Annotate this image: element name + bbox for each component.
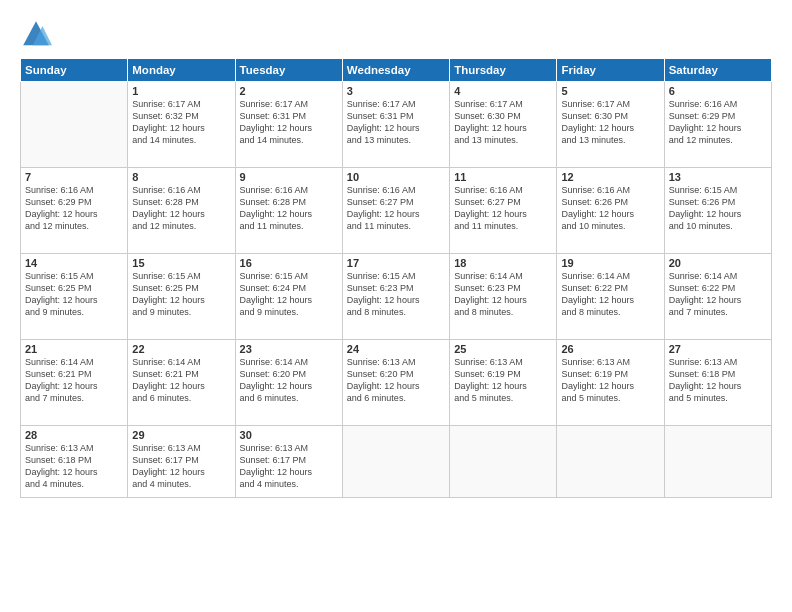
day-info: Sunrise: 6:17 AM Sunset: 6:30 PM Dayligh… [561,98,659,147]
day-number: 5 [561,85,659,97]
day-info: Sunrise: 6:14 AM Sunset: 6:21 PM Dayligh… [25,356,123,405]
day-number: 23 [240,343,338,355]
calendar-cell [664,426,771,498]
calendar-cell: 12Sunrise: 6:16 AM Sunset: 6:26 PM Dayli… [557,168,664,254]
day-info: Sunrise: 6:16 AM Sunset: 6:27 PM Dayligh… [454,184,552,233]
day-number: 10 [347,171,445,183]
calendar-cell: 30Sunrise: 6:13 AM Sunset: 6:17 PM Dayli… [235,426,342,498]
day-info: Sunrise: 6:16 AM Sunset: 6:28 PM Dayligh… [132,184,230,233]
day-info: Sunrise: 6:15 AM Sunset: 6:26 PM Dayligh… [669,184,767,233]
day-number: 26 [561,343,659,355]
calendar-table: SundayMondayTuesdayWednesdayThursdayFrid… [20,58,772,498]
day-info: Sunrise: 6:16 AM Sunset: 6:29 PM Dayligh… [669,98,767,147]
day-number: 12 [561,171,659,183]
day-info: Sunrise: 6:14 AM Sunset: 6:23 PM Dayligh… [454,270,552,319]
day-number: 4 [454,85,552,97]
day-number: 17 [347,257,445,269]
calendar-cell: 29Sunrise: 6:13 AM Sunset: 6:17 PM Dayli… [128,426,235,498]
day-number: 20 [669,257,767,269]
day-info: Sunrise: 6:15 AM Sunset: 6:25 PM Dayligh… [132,270,230,319]
calendar-cell: 24Sunrise: 6:13 AM Sunset: 6:20 PM Dayli… [342,340,449,426]
day-number: 18 [454,257,552,269]
calendar-cell: 4Sunrise: 6:17 AM Sunset: 6:30 PM Daylig… [450,82,557,168]
day-number: 1 [132,85,230,97]
day-number: 11 [454,171,552,183]
day-info: Sunrise: 6:14 AM Sunset: 6:20 PM Dayligh… [240,356,338,405]
calendar-cell: 28Sunrise: 6:13 AM Sunset: 6:18 PM Dayli… [21,426,128,498]
calendar-cell [21,82,128,168]
calendar-cell: 20Sunrise: 6:14 AM Sunset: 6:22 PM Dayli… [664,254,771,340]
day-info: Sunrise: 6:13 AM Sunset: 6:17 PM Dayligh… [240,442,338,491]
calendar-cell: 2Sunrise: 6:17 AM Sunset: 6:31 PM Daylig… [235,82,342,168]
day-number: 7 [25,171,123,183]
day-info: Sunrise: 6:13 AM Sunset: 6:19 PM Dayligh… [454,356,552,405]
calendar-cell: 5Sunrise: 6:17 AM Sunset: 6:30 PM Daylig… [557,82,664,168]
day-info: Sunrise: 6:17 AM Sunset: 6:31 PM Dayligh… [240,98,338,147]
day-info: Sunrise: 6:16 AM Sunset: 6:29 PM Dayligh… [25,184,123,233]
calendar-cell: 22Sunrise: 6:14 AM Sunset: 6:21 PM Dayli… [128,340,235,426]
logo [20,18,58,50]
calendar-cell: 25Sunrise: 6:13 AM Sunset: 6:19 PM Dayli… [450,340,557,426]
calendar-week-row: 14Sunrise: 6:15 AM Sunset: 6:25 PM Dayli… [21,254,772,340]
calendar-cell: 10Sunrise: 6:16 AM Sunset: 6:27 PM Dayli… [342,168,449,254]
calendar-cell: 15Sunrise: 6:15 AM Sunset: 6:25 PM Dayli… [128,254,235,340]
calendar-cell: 26Sunrise: 6:13 AM Sunset: 6:19 PM Dayli… [557,340,664,426]
weekday-header-friday: Friday [557,59,664,82]
calendar-cell: 7Sunrise: 6:16 AM Sunset: 6:29 PM Daylig… [21,168,128,254]
calendar-cell [450,426,557,498]
weekday-header-monday: Monday [128,59,235,82]
day-info: Sunrise: 6:15 AM Sunset: 6:23 PM Dayligh… [347,270,445,319]
calendar-cell: 21Sunrise: 6:14 AM Sunset: 6:21 PM Dayli… [21,340,128,426]
calendar-cell: 14Sunrise: 6:15 AM Sunset: 6:25 PM Dayli… [21,254,128,340]
day-info: Sunrise: 6:13 AM Sunset: 6:20 PM Dayligh… [347,356,445,405]
calendar-cell: 17Sunrise: 6:15 AM Sunset: 6:23 PM Dayli… [342,254,449,340]
calendar-cell: 1Sunrise: 6:17 AM Sunset: 6:32 PM Daylig… [128,82,235,168]
day-info: Sunrise: 6:15 AM Sunset: 6:24 PM Dayligh… [240,270,338,319]
day-info: Sunrise: 6:13 AM Sunset: 6:18 PM Dayligh… [25,442,123,491]
day-number: 28 [25,429,123,441]
day-number: 8 [132,171,230,183]
calendar-cell: 19Sunrise: 6:14 AM Sunset: 6:22 PM Dayli… [557,254,664,340]
day-info: Sunrise: 6:15 AM Sunset: 6:25 PM Dayligh… [25,270,123,319]
day-info: Sunrise: 6:14 AM Sunset: 6:21 PM Dayligh… [132,356,230,405]
calendar-cell: 27Sunrise: 6:13 AM Sunset: 6:18 PM Dayli… [664,340,771,426]
day-info: Sunrise: 6:16 AM Sunset: 6:28 PM Dayligh… [240,184,338,233]
day-number: 30 [240,429,338,441]
day-number: 21 [25,343,123,355]
calendar-cell: 3Sunrise: 6:17 AM Sunset: 6:31 PM Daylig… [342,82,449,168]
calendar-cell: 11Sunrise: 6:16 AM Sunset: 6:27 PM Dayli… [450,168,557,254]
calendar-cell: 18Sunrise: 6:14 AM Sunset: 6:23 PM Dayli… [450,254,557,340]
day-number: 14 [25,257,123,269]
weekday-header-tuesday: Tuesday [235,59,342,82]
day-number: 3 [347,85,445,97]
day-number: 27 [669,343,767,355]
calendar-week-row: 1Sunrise: 6:17 AM Sunset: 6:32 PM Daylig… [21,82,772,168]
weekday-header-wednesday: Wednesday [342,59,449,82]
calendar-week-row: 21Sunrise: 6:14 AM Sunset: 6:21 PM Dayli… [21,340,772,426]
header [20,18,772,50]
day-number: 9 [240,171,338,183]
day-number: 6 [669,85,767,97]
weekday-header-saturday: Saturday [664,59,771,82]
logo-icon [20,18,52,50]
day-info: Sunrise: 6:16 AM Sunset: 6:26 PM Dayligh… [561,184,659,233]
day-info: Sunrise: 6:13 AM Sunset: 6:18 PM Dayligh… [669,356,767,405]
calendar-week-row: 28Sunrise: 6:13 AM Sunset: 6:18 PM Dayli… [21,426,772,498]
calendar-cell [342,426,449,498]
day-number: 19 [561,257,659,269]
calendar-week-row: 7Sunrise: 6:16 AM Sunset: 6:29 PM Daylig… [21,168,772,254]
calendar-cell: 13Sunrise: 6:15 AM Sunset: 6:26 PM Dayli… [664,168,771,254]
calendar-cell: 9Sunrise: 6:16 AM Sunset: 6:28 PM Daylig… [235,168,342,254]
calendar-cell: 6Sunrise: 6:16 AM Sunset: 6:29 PM Daylig… [664,82,771,168]
page: SundayMondayTuesdayWednesdayThursdayFrid… [0,0,792,612]
weekday-header-thursday: Thursday [450,59,557,82]
day-info: Sunrise: 6:16 AM Sunset: 6:27 PM Dayligh… [347,184,445,233]
weekday-header-sunday: Sunday [21,59,128,82]
day-number: 2 [240,85,338,97]
day-info: Sunrise: 6:17 AM Sunset: 6:31 PM Dayligh… [347,98,445,147]
day-number: 25 [454,343,552,355]
calendar-cell [557,426,664,498]
day-number: 13 [669,171,767,183]
calendar-cell: 16Sunrise: 6:15 AM Sunset: 6:24 PM Dayli… [235,254,342,340]
day-number: 16 [240,257,338,269]
